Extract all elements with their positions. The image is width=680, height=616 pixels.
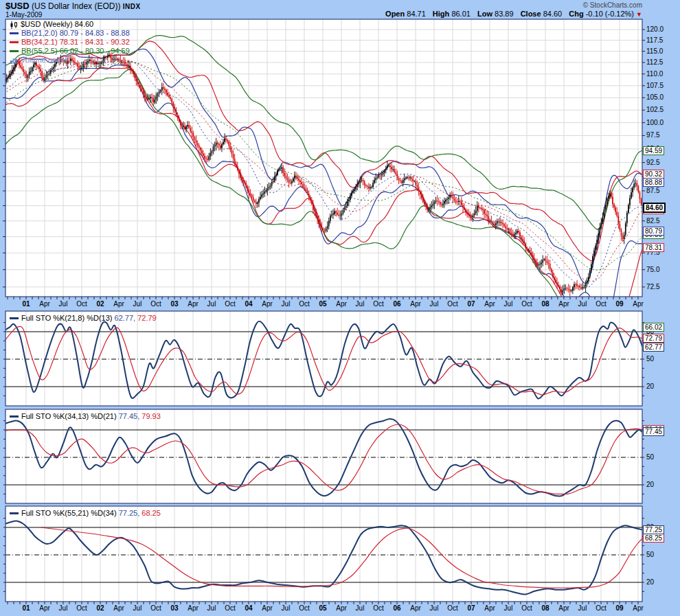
ohlc-readout: Open 84.71 High 86.01 Low 83.89 Close 84… [381,10,642,18]
x-tick-label-top: Oct [150,300,161,308]
x-tick-label-bottom: 03 [170,604,178,612]
low-label: Low [477,10,492,18]
bb55-line-icon [10,50,19,52]
chg-label: Chg [569,10,583,18]
stoch2-line-icon [10,415,19,418]
chart-date: 1-May-2009 [5,11,42,19]
stoch2-legend: Full STO %K(34,13) %D(21) 77.45, 79.93 [10,412,161,421]
chg-down-icon: ▼ [636,11,642,18]
stoch-y-tick-label: 50 [646,551,654,558]
x-tick-label-bottom: Apr [336,604,347,612]
x-tick-label-bottom: Jul [282,604,291,612]
main-y-tick-label: 102.5 [646,106,664,113]
x-tick-label-bottom: 06 [393,604,400,612]
exchange-label: INDX [123,3,141,10]
x-tick-label-bottom: Oct [447,604,458,612]
main-y-tick-label: 100.0 [646,119,664,126]
x-tick-label-bottom: 09 [615,604,623,612]
main-y-tick-label: 97.5 [646,131,659,139]
x-tick-label-bottom: Apr [633,604,644,612]
stoch2-label: Full STO %K(34,13) %D(21) [21,412,117,420]
main-legend-title: $USD (Weekly) 84.60 [21,20,93,28]
x-tick-label-bottom: Jul [59,604,68,612]
stoch3-legend: Full STO %K(55,21) %D(34) 77.25, 68.25 [10,509,161,518]
close-label: Close [521,10,541,18]
stoch3-line-icon [10,512,19,514]
bb55-legend: BB(55,2.5) 66.02 - 80.30 - 94.59 [21,47,130,55]
stoch3-d-value: 68.25 [141,509,161,517]
x-tick-label-bottom: Oct [521,604,532,612]
x-tick-label-bottom: Apr [410,604,421,612]
x-tick-label-bottom: Apr [39,604,50,612]
x-tick-label-bottom: Apr [484,604,495,612]
stoch-y-tick-label: 20 [646,578,654,586]
legend-row-volume: Volume undef [10,56,130,65]
open-label: Open [385,10,405,18]
x-tick-label-top: Apr [558,300,569,308]
x-tick-label-top: 02 [96,300,104,308]
x-tick-label-top: Jul [133,300,142,308]
x-tick-label-bottom: Oct [596,604,607,612]
x-tick-label-bottom: 07 [467,604,475,612]
main-y-tick-label: 120.0 [646,25,664,33]
stoch3-k-value: 77.25, [119,509,140,517]
chg-value: -0.10 (-0.12%) [586,10,634,18]
stoch-value-box: 66.02 [643,323,664,332]
x-tick-label-top: Oct [521,300,532,308]
stoch1-legend: Full STO %K(21,8) %D(13) 62.77, 72.79 [10,314,157,323]
stoch-y-tick-label: 50 [646,453,654,461]
main-y-tick-label: 82.5 [646,217,659,225]
x-tick-label-bottom: 01 [22,604,30,612]
main-y-tick-label: 87.5 [646,187,659,194]
x-tick-label-top: Apr [39,300,50,308]
x-tick-label-bottom: 08 [541,604,549,612]
x-tick-label-top: Apr [633,300,644,308]
x-tick-label-top: Jul [207,300,216,308]
stoch2-d-value: 79.93 [141,412,161,420]
x-tick-label-top: 07 [467,300,475,308]
x-tick-label-bottom: Apr [188,604,199,612]
legend-row-bb55: BB(55,2.5) 66.02 - 80.30 - 94.59 [10,47,130,56]
stoch-value-box: 62.77 [643,343,664,352]
x-tick-label-top: Apr [336,300,347,308]
x-tick-label-top: Apr [113,300,124,308]
chart-page: $USD (US Dollar Index (EOD)) INDX © Stoc… [0,0,680,616]
volume-legend: Volume undef [21,56,67,64]
high-label: High [433,10,449,18]
candlestick-icon [10,21,19,29]
x-tick-label-top: Apr [484,300,495,308]
x-tick-label-top: 08 [541,300,549,308]
price-box: 84.60 [643,203,666,213]
x-tick-label-bottom: Jul [504,604,513,612]
x-tick-label-bottom: Jul [578,604,587,612]
legend-row-stoch2: Full STO %K(34,13) %D(21) 77.45, 79.93 [10,412,161,421]
high-value: 86.01 [451,10,471,18]
x-tick-label-top: 06 [393,300,400,308]
x-tick-label-bottom: Oct [373,604,384,612]
x-tick-label-top: Oct [76,300,87,308]
x-tick-label-top: Apr [410,300,421,308]
legend-row-bb34: BB(34,2.1) 78.31 - 84.31 - 90.32 [10,38,130,47]
bb34-legend: BB(34,2.1) 78.31 - 84.31 - 90.32 [21,38,130,46]
x-tick-label-bottom: Jul [430,604,439,612]
stoch-y-tick-label: 20 [646,481,654,488]
close-value: 84.60 [543,10,563,18]
x-tick-label-bottom: Jul [133,604,142,612]
main-y-tick-label: 105.0 [646,93,664,101]
stoch-value-box: 72.79 [643,334,664,343]
x-tick-label-top: Oct [596,300,607,308]
legend-row-stoch3: Full STO %K(55,21) %D(34) 77.25, 68.25 [10,509,161,518]
x-tick-label-bottom: Oct [299,604,310,612]
x-tick-label-top: Jul [282,300,291,308]
x-tick-label-bottom: Apr [262,604,273,612]
main-y-tick-label: 92.5 [646,159,659,166]
x-tick-label-bottom: Apr [113,604,124,612]
symbol-name: (US Dollar Index (EOD)) [30,1,121,11]
main-y-tick-label: 115.0 [646,47,663,55]
x-tick-label-top: Oct [299,300,310,308]
copyright-label: © StockCharts.com [583,1,642,9]
stoch1-line-icon [10,317,19,319]
stoch3-label: Full STO %K(55,21) %D(34) [21,509,117,517]
main-y-tick-label: 117.5 [646,36,663,44]
open-value: 84.71 [407,10,426,18]
